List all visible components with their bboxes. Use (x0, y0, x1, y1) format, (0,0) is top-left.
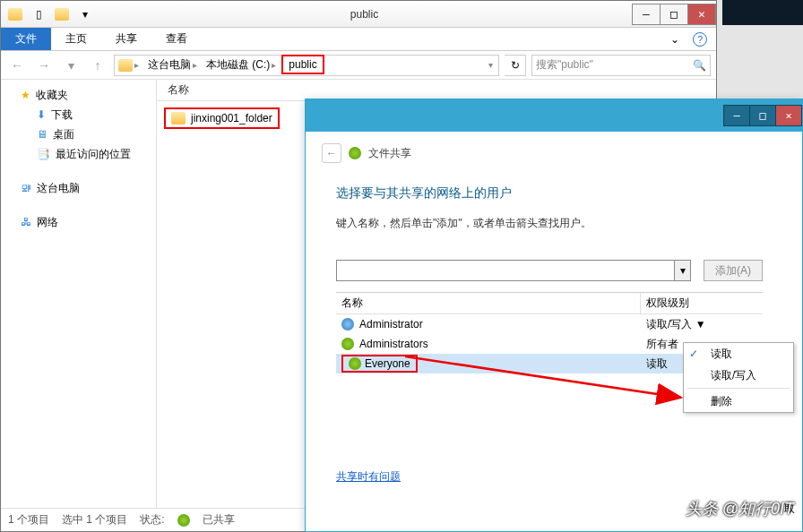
ctx-delete[interactable]: 删除 (684, 390, 793, 412)
window-title: public (96, 8, 633, 21)
perm-name: Administrators (359, 338, 428, 350)
breadcrumb-drive[interactable]: 本地磁盘 (C:) (206, 57, 270, 73)
status-state-label: 状态: (140, 512, 164, 528)
group-icon (341, 338, 354, 350)
folder-app-icon (4, 4, 26, 24)
breadcrumb-highlighted: public (281, 55, 324, 74)
combo-dropdown[interactable]: ▾ (674, 261, 690, 280)
search-placeholder: 搜索"public" (536, 57, 593, 73)
breadcrumb-pc[interactable]: 这台电脑 (148, 57, 191, 73)
context-menu: ✓读取 读取/写入 删除 (683, 342, 794, 413)
background-dark (722, 0, 803, 25)
search-input[interactable]: 搜索"public" 🔍 (531, 55, 711, 76)
status-selected: 选中 1 个项目 (62, 512, 127, 528)
share-icon (177, 514, 190, 527)
sidebar-item-favorites[interactable]: ★收藏夹 (1, 85, 156, 105)
network-icon: 🖧 (21, 216, 31, 228)
tab-share[interactable]: 共享 (101, 28, 151, 50)
sidebar-item-desktop[interactable]: 🖥桌面 (1, 124, 156, 144)
perm-row[interactable]: Administrator 读取/写入 ▼ (336, 314, 763, 334)
dialog-heading: 选择要与其共享的网络上的用户 (336, 185, 777, 202)
perm-name: Everyone (365, 357, 410, 370)
up-button[interactable]: ↑ (87, 55, 108, 76)
refresh-button[interactable]: ↻ (505, 55, 526, 76)
user-icon (341, 318, 354, 330)
ribbon-tabs: 文件 主页 共享 查看 ⌄ ? (1, 28, 716, 51)
titlebar: ▯ ▾ public — □ ✕ (1, 1, 716, 28)
search-icon: 🔍 (693, 59, 706, 72)
folder-icon (171, 112, 186, 124)
tab-view[interactable]: 查看 (151, 28, 202, 50)
dialog-crumb: 文件共享 (368, 146, 411, 161)
ctx-read[interactable]: ✓读取 (684, 343, 793, 365)
column-name[interactable]: 名称 (336, 293, 641, 313)
dialog-subheading: 键入名称，然后单击"添加"，或者单击箭头查找用户。 (336, 216, 777, 231)
history-dropdown[interactable]: ▾ (60, 55, 82, 76)
dialog-minimize-button[interactable]: — (723, 105, 750, 126)
dialog-maximize-button[interactable]: □ (749, 105, 776, 126)
ctx-readwrite[interactable]: 读取/写入 (684, 365, 793, 386)
sidebar: ★收藏夹 ⬇下载 🖥桌面 📑最近访问的位置 🖳这台电脑 🖧网络 (1, 80, 157, 508)
download-icon: ⬇ (37, 108, 46, 121)
sidebar-item-pc[interactable]: 🖳这台电脑 (1, 178, 156, 198)
dialog-close-button[interactable]: ✕ (775, 105, 802, 126)
sidebar-item-recent[interactable]: 📑最近访问的位置 (1, 144, 156, 164)
watermark: 头条 @知行0IT (686, 498, 794, 519)
back-button[interactable]: ← (6, 55, 28, 76)
perm-highlighted: Everyone (341, 355, 418, 373)
desktop-icon: 🖥 (37, 128, 47, 141)
share-dialog: — □ ✕ ← 文件共享 选择要与其共享的网络上的用户 键入名称，然后单击"添加… (305, 99, 803, 532)
qat-button[interactable]: ▯ (28, 4, 49, 24)
qat-dropdown[interactable]: ▾ (74, 4, 96, 24)
maximize-button[interactable]: □ (660, 4, 688, 25)
dialog-back-button[interactable]: ← (322, 143, 341, 163)
perm-value[interactable]: 读取/写入 ▼ (641, 317, 763, 332)
check-icon: ✓ (689, 348, 698, 360)
status-state: 已共享 (203, 512, 235, 528)
share-crumb-icon (349, 147, 361, 159)
recent-icon: 📑 (37, 148, 50, 160)
file-name: jinxing001_folder (191, 112, 272, 124)
minimize-button[interactable]: — (632, 4, 661, 25)
address-dropdown[interactable]: ▾ (483, 56, 498, 75)
drive-icon (118, 59, 133, 72)
ribbon-expand[interactable]: ⌄ (666, 28, 684, 50)
forward-button[interactable]: → (33, 55, 55, 76)
add-button[interactable]: 添加(A) (704, 260, 763, 281)
tab-home[interactable]: 主页 (51, 28, 101, 50)
help-link[interactable]: 共享时有问题 (336, 469, 401, 485)
sidebar-item-downloads[interactable]: ⬇下载 (1, 105, 156, 124)
help-icon[interactable]: ? (693, 32, 707, 47)
perm-name: Administrator (359, 318, 423, 330)
user-combo[interactable]: ▾ (336, 260, 691, 281)
address-bar[interactable]: ▸ 这台电脑▸ 本地磁盘 (C:)▸ public ▾ (114, 55, 499, 76)
address-row: ← → ▾ ↑ ▸ 这台电脑▸ 本地磁盘 (C:)▸ public ▾ ↻ 搜索… (1, 51, 716, 80)
status-count: 1 个项目 (8, 512, 49, 528)
column-perm[interactable]: 权限级别 (641, 293, 763, 313)
sidebar-item-network[interactable]: 🖧网络 (1, 212, 156, 232)
close-button[interactable]: ✕ (687, 4, 716, 25)
tab-file[interactable]: 文件 (1, 28, 51, 50)
qat-button-2[interactable] (51, 4, 73, 24)
breadcrumb-folder[interactable]: public (289, 58, 316, 71)
star-icon: ★ (21, 89, 30, 101)
dialog-titlebar: — □ ✕ (306, 99, 802, 132)
group-icon (349, 357, 361, 370)
pc-icon: 🖳 (21, 182, 31, 194)
file-highlighted: jinxing001_folder (164, 107, 280, 129)
ctx-separator (687, 388, 790, 389)
